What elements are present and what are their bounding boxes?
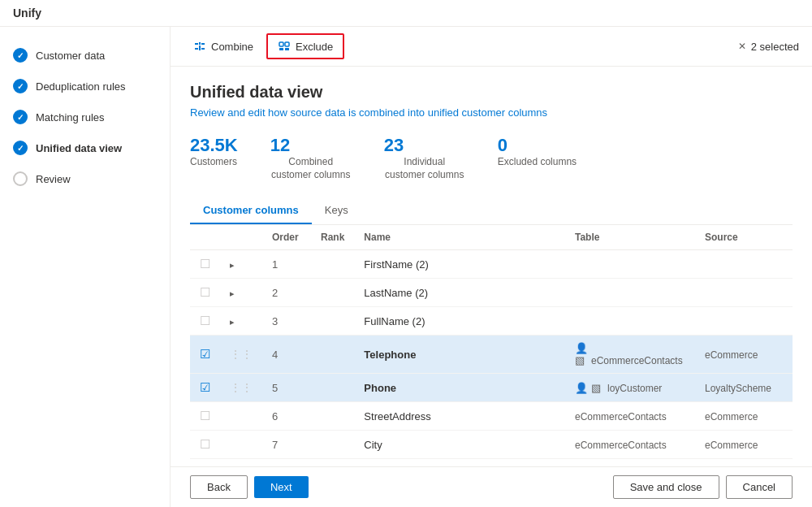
combine-button[interactable]: Combine bbox=[184, 35, 263, 58]
table-row: ☑⋮⋮4Telephone👤▧eCommerceContactseCommerc… bbox=[190, 336, 793, 374]
table-row: ☐8StateeCommerceContactseCommerce bbox=[190, 459, 793, 466]
row-checkbox-cell: ☐ bbox=[190, 402, 220, 431]
row-table-cell: 👤▧loyCustomer bbox=[565, 374, 695, 402]
toolbar: Combine Exclude ✕ 2 selected bbox=[171, 27, 812, 67]
sidebar-label-matching-rules: Matching rules bbox=[36, 111, 105, 124]
row-expand-cell: ▸ bbox=[220, 279, 262, 307]
row-source-text: eCommerce bbox=[705, 440, 758, 451]
sidebar-status-customer-data bbox=[13, 48, 28, 63]
th-source: Source bbox=[695, 225, 793, 250]
merge-icon: ▧ bbox=[591, 382, 601, 394]
stat-individual-label: Individual customer columns bbox=[384, 156, 465, 181]
sidebar-label-review: Review bbox=[36, 173, 71, 185]
row-source-cell: eCommerce bbox=[695, 336, 793, 374]
exclude-button[interactable]: Exclude bbox=[266, 33, 344, 59]
row-rank-cell bbox=[311, 459, 354, 466]
row-order-cell: 5 bbox=[262, 374, 311, 402]
row-rank-cell bbox=[311, 279, 354, 307]
row-name-cell: StreetAddress bbox=[354, 402, 565, 431]
row-table-cell bbox=[565, 279, 695, 307]
tab-customer-columns[interactable]: Customer columns bbox=[190, 197, 312, 224]
row-source-cell: LoyaltyScheme bbox=[695, 374, 793, 402]
tab-keys[interactable]: Keys bbox=[312, 197, 361, 224]
row-table-text: eCommerceContacts bbox=[575, 440, 667, 451]
svg-rect-3 bbox=[285, 48, 289, 50]
stat-combined-columns: 12 Combined customer columns bbox=[270, 135, 352, 181]
row-source-cell bbox=[695, 307, 793, 336]
expand-chevron-icon[interactable]: ▸ bbox=[230, 260, 235, 270]
tabs-row: Customer columns Keys bbox=[190, 197, 793, 225]
stat-excluded-value: 0 bbox=[498, 135, 508, 156]
sidebar-item-unified-data-view[interactable]: Unified data view bbox=[0, 132, 170, 163]
table-row: ☑⋮⋮5Phone👤▧loyCustomerLoyaltyScheme bbox=[190, 374, 793, 402]
row-expand-cell bbox=[220, 402, 262, 431]
row-name-cell: FirstName (2) bbox=[354, 250, 565, 279]
stat-excluded-columns: 0 Excluded columns bbox=[498, 135, 577, 181]
drag-handle-icon[interactable]: ⋮⋮ bbox=[230, 348, 253, 361]
row-table-text: loyCustomer bbox=[607, 383, 662, 394]
row-checked-icon[interactable]: ☑ bbox=[200, 347, 210, 361]
expand-chevron-icon[interactable]: ▸ bbox=[230, 288, 235, 298]
drag-handle-icon[interactable]: ⋮⋮ bbox=[230, 381, 253, 394]
row-rank-cell bbox=[311, 250, 354, 279]
row-table-cell bbox=[565, 250, 695, 279]
row-unchecked-icon[interactable]: ☐ bbox=[200, 314, 210, 327]
stat-combined-value: 12 bbox=[270, 135, 290, 156]
close-selected-icon[interactable]: ✕ bbox=[738, 41, 746, 52]
row-name-text: LastName (2) bbox=[364, 287, 428, 299]
row-source-cell: eCommerce bbox=[695, 431, 793, 459]
th-expand bbox=[220, 225, 262, 250]
sidebar-item-deduplication-rules[interactable]: Deduplication rules bbox=[0, 71, 170, 102]
row-source-cell bbox=[695, 279, 793, 307]
row-expand-cell: ⋮⋮ bbox=[220, 336, 262, 374]
row-rank-cell bbox=[311, 336, 354, 374]
row-order-cell: 8 bbox=[262, 459, 311, 466]
row-unchecked-icon[interactable]: ☐ bbox=[200, 409, 210, 422]
sidebar-status-deduplication-rules bbox=[13, 79, 28, 93]
row-expand-cell: ▸ bbox=[220, 307, 262, 336]
save-close-button[interactable]: Save and close bbox=[613, 475, 719, 499]
row-name-cell: State bbox=[354, 459, 565, 466]
row-order-cell: 4 bbox=[262, 336, 311, 374]
sidebar-item-review[interactable]: Review bbox=[0, 163, 170, 194]
sidebar-status-review bbox=[13, 171, 28, 186]
row-checkbox-cell: ☐ bbox=[190, 459, 220, 466]
th-rank: Rank bbox=[311, 225, 354, 250]
table-row: ☐▸1FirstName (2) bbox=[190, 250, 793, 279]
row-name-text: Phone bbox=[364, 382, 396, 394]
row-name-text: StreetAddress bbox=[364, 410, 430, 422]
app-title: Unify bbox=[13, 6, 41, 20]
back-button[interactable]: Back bbox=[190, 475, 248, 499]
row-name-cell: Phone bbox=[354, 374, 565, 402]
row-checkbox-cell: ☐ bbox=[190, 307, 220, 336]
next-button[interactable]: Next bbox=[254, 476, 309, 498]
expand-chevron-icon[interactable]: ▸ bbox=[230, 317, 235, 327]
table-row: ☐7CityeCommerceContactseCommerce bbox=[190, 431, 793, 459]
row-rank-cell bbox=[311, 374, 354, 402]
data-table: Order Rank Name Table Source ☐▸1FirstNam… bbox=[190, 225, 793, 466]
row-expand-cell bbox=[220, 459, 262, 466]
row-order-cell: 6 bbox=[262, 402, 311, 431]
row-unchecked-icon[interactable]: ☐ bbox=[200, 437, 210, 451]
row-checked-icon[interactable]: ☑ bbox=[200, 380, 210, 394]
scroll-content: Unified data view Review and edit how so… bbox=[171, 67, 812, 466]
sidebar-item-customer-data[interactable]: Customer data bbox=[0, 40, 170, 71]
row-unchecked-icon[interactable]: ☐ bbox=[200, 257, 210, 271]
row-expand-cell: ▸ bbox=[220, 250, 262, 279]
row-order-cell: 7 bbox=[262, 431, 311, 459]
cancel-button[interactable]: Cancel bbox=[726, 475, 793, 499]
row-expand-cell bbox=[220, 431, 262, 459]
th-table: Table bbox=[565, 225, 695, 250]
sidebar-label-deduplication-rules: Deduplication rules bbox=[36, 80, 126, 93]
row-table-cell: 👤▧eCommerceContacts bbox=[565, 336, 695, 374]
row-rank-cell bbox=[311, 431, 354, 459]
row-source-cell: eCommerce bbox=[695, 402, 793, 431]
merge-icon: ▧ bbox=[575, 354, 585, 366]
row-unchecked-icon[interactable]: ☐ bbox=[200, 285, 210, 299]
th-order: Order bbox=[262, 225, 311, 250]
svg-rect-2 bbox=[279, 48, 283, 50]
row-name-text: FirstName (2) bbox=[364, 258, 428, 271]
table-row: ☐▸2LastName (2) bbox=[190, 279, 793, 307]
row-checkbox-cell: ☑ bbox=[190, 374, 220, 402]
sidebar-item-matching-rules[interactable]: Matching rules bbox=[0, 102, 170, 132]
